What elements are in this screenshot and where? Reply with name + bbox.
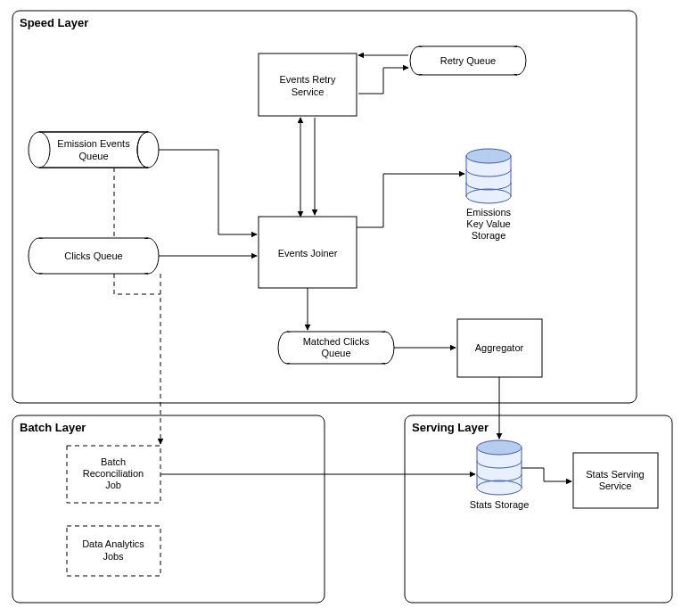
batch-reconciliation-job: Batch Reconciliation Job xyxy=(67,446,160,503)
svg-text:Key Value: Key Value xyxy=(466,218,510,229)
svg-point-48 xyxy=(477,440,522,455)
svg-text:Storage: Storage xyxy=(472,230,506,241)
svg-point-47 xyxy=(477,480,522,495)
svg-text:Matched Clicks: Matched Clicks xyxy=(303,336,370,347)
stats-storage: Stats Storage xyxy=(470,440,530,510)
architecture-diagram: Speed Layer Emission Events Queue Clicks… xyxy=(0,0,682,616)
svg-text:Queue: Queue xyxy=(321,348,350,358)
aggregator: Aggregator xyxy=(457,319,542,377)
svg-text:Emission Events: Emission Events xyxy=(57,138,130,149)
svg-text:Batch: Batch xyxy=(101,456,126,467)
svg-point-25 xyxy=(466,189,511,203)
svg-text:Stats Storage: Stats Storage xyxy=(470,499,530,510)
svg-text:Aggregator: Aggregator xyxy=(475,342,524,353)
data-analytics-jobs: Data Analytics Jobs xyxy=(67,526,160,576)
svg-rect-0 xyxy=(39,132,148,168)
svg-text:Job: Job xyxy=(105,480,121,490)
stats-serving-service: Stats Serving Service xyxy=(573,453,658,508)
svg-text:Reconciliation: Reconciliation xyxy=(83,468,144,479)
events-retry-service: Events Retry Service xyxy=(259,53,357,116)
svg-text:Clicks Queue: Clicks Queue xyxy=(64,251,122,261)
events-joiner: Events Joiner xyxy=(259,217,357,288)
emissions-kv-storage: Emissions Key Value Storage xyxy=(466,149,512,241)
svg-text:Retry Queue: Retry Queue xyxy=(440,55,496,66)
batch-layer-panel xyxy=(12,415,325,603)
speed-layer-title: Speed Layer xyxy=(20,16,88,29)
svg-rect-15 xyxy=(259,53,357,116)
svg-point-26 xyxy=(466,149,511,163)
svg-text:Events Joiner: Events Joiner xyxy=(278,248,338,259)
emission-events-queue: Emission Events Queue xyxy=(29,132,159,168)
svg-text:Stats Serving: Stats Serving xyxy=(586,469,644,480)
batch-layer-title: Batch Layer xyxy=(20,421,86,434)
svg-text:Service: Service xyxy=(599,480,632,491)
svg-point-1 xyxy=(29,132,50,168)
serving-layer-title: Serving Layer xyxy=(412,421,489,434)
svg-text:Data Analytics: Data Analytics xyxy=(82,538,144,549)
svg-text:Events Retry: Events Retry xyxy=(280,74,336,85)
matched-clicks-queue: Matched Clicks Queue xyxy=(278,332,394,364)
retry-queue: Retry Queue xyxy=(410,46,526,75)
clicks-queue: Clicks Queue xyxy=(29,238,159,274)
serving-layer-panel xyxy=(405,415,672,603)
svg-text:Emissions: Emissions xyxy=(466,207,512,218)
svg-text:Queue: Queue xyxy=(78,151,108,161)
svg-text:Jobs: Jobs xyxy=(103,551,124,562)
svg-text:Service: Service xyxy=(292,86,325,97)
